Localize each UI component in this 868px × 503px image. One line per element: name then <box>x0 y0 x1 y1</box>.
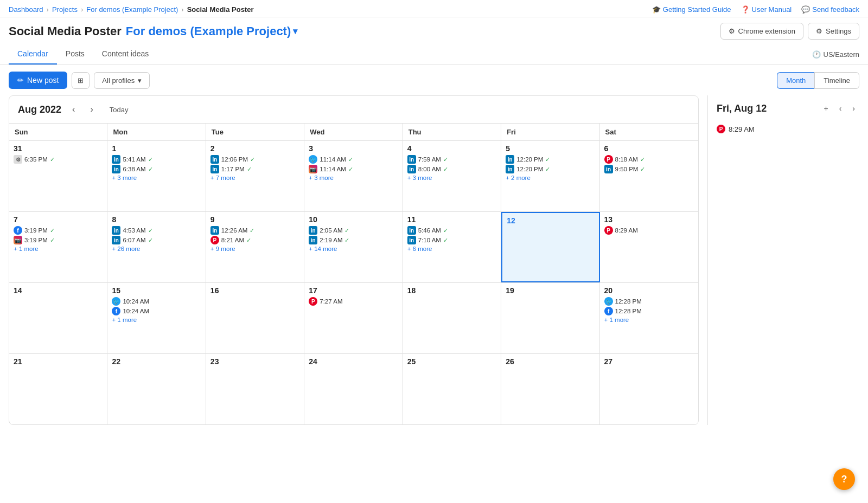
calendar-cell[interactable]: 21 <box>9 354 107 424</box>
calendar-prev-button[interactable]: ‹ <box>68 102 79 117</box>
pi-icon: P <box>604 155 613 164</box>
event-time: 8:29 AM <box>615 227 638 234</box>
sidebar-event: P 8:29 AM <box>717 121 859 137</box>
more-events-link[interactable]: + 2 more <box>506 175 595 181</box>
calendar-cell[interactable]: 8in4:53 AM✓in6:07 AM✓+ 26 more <box>107 212 206 282</box>
more-events-link[interactable]: + 1 more <box>112 317 201 323</box>
calendar-cell[interactable]: 18 <box>403 283 501 353</box>
tab-calendar[interactable]: Calendar <box>9 44 57 65</box>
pi-icon: P <box>604 226 613 235</box>
more-events-link[interactable]: + 9 more <box>210 246 299 252</box>
project-link[interactable]: For demos (Example Project) ▾ <box>126 24 297 38</box>
more-events-link[interactable]: + 14 more <box>309 246 398 252</box>
calendar-cell[interactable]: 1in5:41 AM✓in6:38 AM✓+ 3 more <box>107 141 206 211</box>
calendar-cell[interactable]: 11in5:46 AM✓in7:10 AM✓+ 6 more <box>403 212 501 282</box>
tab-posts[interactable]: Posts <box>57 44 93 65</box>
calendar-cell[interactable]: 26 <box>501 354 599 424</box>
calendar-event: in5:46 AM✓ <box>407 226 496 235</box>
sidebar-add-button[interactable]: + <box>819 102 832 115</box>
pi-icon: P <box>210 236 219 244</box>
getting-started-link[interactable]: 🎓 Getting Started Guide <box>652 5 731 14</box>
calendar-sidebar: Fri, Aug 12 + ‹ › P 8:29 AM <box>707 95 859 425</box>
calendar-cell[interactable]: 2in12:06 PM✓in1:17 PM✓+ 7 more <box>206 141 304 211</box>
calendar-cell[interactable]: 10in2:05 AM✓in2:19 AM✓+ 14 more <box>304 212 403 282</box>
calendar-cell[interactable]: 31⚙6:35 PM✓ <box>9 141 107 211</box>
send-feedback-link[interactable]: 💬 Send feedback <box>801 5 859 14</box>
calendar-cell[interactable]: 25 <box>403 354 501 424</box>
more-events-link[interactable]: + 3 more <box>309 175 398 181</box>
check-icon: ✓ <box>443 227 448 234</box>
more-events-link[interactable]: + 1 more <box>14 246 103 252</box>
breadcrumb-right: 🎓 Getting Started Guide ❓ User Manual 💬 … <box>652 5 859 14</box>
check-icon: ✓ <box>148 227 153 234</box>
calendar-cell[interactable]: 14 <box>9 283 107 353</box>
calendar-event: in5:41 AM✓ <box>112 155 201 164</box>
calendar-event: 🐦12:28 PM <box>604 297 694 306</box>
calendar-cell[interactable]: 20🐦12:28 PMf12:28 PM+ 1 more <box>600 283 698 353</box>
settings-button[interactable]: ⚙ Settings <box>808 23 859 40</box>
more-events-link[interactable]: + 3 more <box>407 175 496 181</box>
more-events-link[interactable]: + 3 more <box>112 175 201 181</box>
tab-content-ideas[interactable]: Content ideas <box>93 44 157 65</box>
calendar-cell[interactable]: 19 <box>501 283 599 353</box>
calendar-cell[interactable]: 9in12:26 AM✓P8:21 AM✓+ 9 more <box>206 212 304 282</box>
li-icon: in <box>407 165 416 173</box>
event-time: 8:21 AM <box>221 237 244 243</box>
event-time: 11:14 AM <box>320 166 346 172</box>
li-icon: in <box>407 155 416 164</box>
calendar-date: 21 <box>14 357 103 366</box>
more-events-link[interactable]: + 1 more <box>604 317 694 323</box>
day-name-thu: Thu <box>403 124 501 140</box>
day-name-fri: Fri <box>501 124 599 140</box>
calendar-cell[interactable]: 24 <box>304 354 403 424</box>
grid-icon: ⊞ <box>78 76 84 85</box>
timeline-view-button[interactable]: Timeline <box>814 72 859 89</box>
sidebar-prev-button[interactable]: ‹ <box>835 102 846 115</box>
pinterest-icon: P <box>717 125 725 133</box>
tabs: Calendar Posts Content ideas 🕐 US/Easter… <box>0 44 868 65</box>
calendar-cell[interactable]: 15🐦10:24 AMf10:24 AM+ 1 more <box>107 283 206 353</box>
breadcrumb-demo-project[interactable]: For demos (Example Project) <box>86 5 178 14</box>
calendar-today-button[interactable]: Today <box>104 104 134 116</box>
check-icon: ✓ <box>545 166 550 173</box>
calendar-cell[interactable]: 23 <box>206 354 304 424</box>
check-icon: ✓ <box>344 237 349 244</box>
grid-view-button[interactable]: ⊞ <box>72 72 90 89</box>
breadcrumb-dashboard[interactable]: Dashboard <box>9 5 43 14</box>
calendar-event: P8:21 AM✓ <box>210 236 299 244</box>
check-icon: ✓ <box>50 156 55 163</box>
breadcrumb-projects[interactable]: Projects <box>52 5 78 14</box>
calendar-cell[interactable]: 12 <box>501 212 599 282</box>
month-view-button[interactable]: Month <box>777 72 814 89</box>
calendar-cell[interactable]: 16 <box>206 283 304 353</box>
event-time: 11:14 AM <box>320 156 346 163</box>
event-time: 6:38 AM <box>123 166 145 172</box>
calendar-cell[interactable]: 4in7:59 AM✓in8:00 AM✓+ 3 more <box>403 141 501 211</box>
calendar-cell[interactable]: 5in12:20 PM✓in12:20 PM✓+ 2 more <box>501 141 599 211</box>
more-events-link[interactable]: + 6 more <box>407 246 496 252</box>
calendar-date: 8 <box>112 215 201 224</box>
li-icon: in <box>309 226 317 235</box>
calendar-event: 📷3:19 PM✓ <box>14 236 103 244</box>
calendar-cell[interactable]: 3🐦11:14 AM✓📷11:14 AM✓+ 3 more <box>304 141 403 211</box>
more-events-link[interactable]: + 26 more <box>112 246 201 252</box>
event-time: 12:28 PM <box>615 298 642 305</box>
calendar-cell[interactable]: 17P7:27 AM <box>304 283 403 353</box>
calendar-next-button[interactable]: › <box>86 102 97 117</box>
calendar-cell[interactable]: 7f3:19 PM✓📷3:19 PM✓+ 1 more <box>9 212 107 282</box>
calendar-cell[interactable]: 27 <box>600 354 698 424</box>
sidebar-next-button[interactable]: › <box>848 102 859 115</box>
calendar-date: 4 <box>407 144 496 153</box>
all-profiles-dropdown[interactable]: All profiles ▾ <box>94 72 150 89</box>
li-icon: in <box>210 226 219 235</box>
event-time: 12:20 PM <box>516 166 543 172</box>
new-post-button[interactable]: ✏ New post <box>9 72 67 89</box>
calendar-cell[interactable]: 13P8:29 AM <box>600 212 698 282</box>
chrome-extension-button[interactable]: ⚙ Chrome extension <box>720 23 804 40</box>
more-events-link[interactable]: + 7 more <box>210 175 299 181</box>
calendar-cell[interactable]: 22 <box>107 354 206 424</box>
user-manual-link[interactable]: ❓ User Manual <box>741 5 792 14</box>
fb-icon: f <box>112 307 120 315</box>
calendar-event: in7:59 AM✓ <box>407 155 496 164</box>
calendar-cell[interactable]: 6P8:18 AM✓in9:50 PM✓ <box>600 141 698 211</box>
